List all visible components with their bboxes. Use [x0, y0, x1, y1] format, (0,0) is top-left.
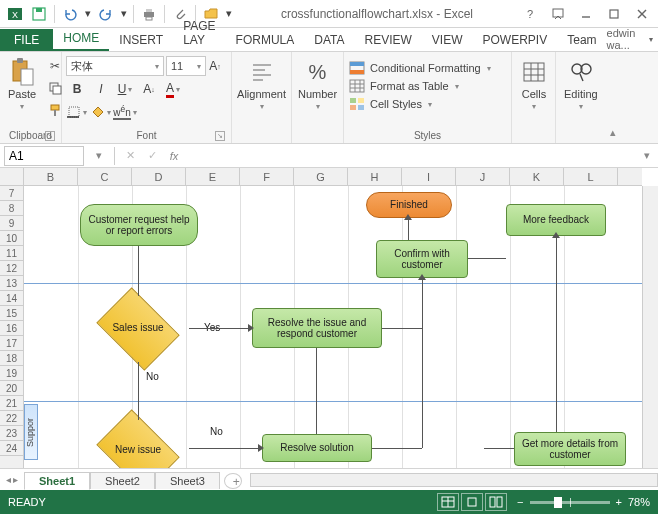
- phonetic-icon[interactable]: wén▾: [114, 102, 136, 122]
- cells-button[interactable]: Cells ▾: [516, 56, 552, 113]
- cells-canvas[interactable]: Suppor Customer request help or report e…: [24, 186, 642, 468]
- worksheet-area[interactable]: B C D E F G H I J K L 7 8 9 10 11 12 13 …: [0, 168, 658, 468]
- shape-customer-request[interactable]: Customer request help or report errors: [80, 204, 198, 246]
- row-header[interactable]: 9: [0, 216, 23, 231]
- normal-view-icon[interactable]: [437, 493, 459, 511]
- number-button[interactable]: % Number ▾: [296, 56, 339, 113]
- tab-formulas[interactable]: FORMULA: [226, 29, 305, 51]
- pagebreak-view-icon[interactable]: [485, 493, 507, 511]
- formula-input[interactable]: [185, 147, 636, 165]
- font-color-icon[interactable]: A▾: [162, 79, 184, 99]
- excel-app-icon[interactable]: X: [4, 3, 26, 25]
- paste-button[interactable]: Paste ▾: [4, 56, 40, 113]
- row-header[interactable]: 15: [0, 306, 23, 321]
- font-size-combo[interactable]: 11▾: [166, 56, 206, 76]
- undo-menu-icon[interactable]: ▾: [83, 3, 93, 25]
- row-header[interactable]: 10: [0, 231, 23, 246]
- shape-new-issue[interactable]: New issue: [88, 418, 188, 468]
- tab-home[interactable]: HOME: [53, 27, 109, 51]
- row-header[interactable]: 8: [0, 201, 23, 216]
- sheet-tab[interactable]: Sheet1: [24, 472, 90, 490]
- shape-resolve-respond[interactable]: Resolve the issue and respond customer: [252, 308, 382, 348]
- row-header[interactable]: 21: [0, 396, 23, 411]
- column-headers[interactable]: B C D E F G H I J K L: [24, 168, 642, 186]
- col-header[interactable]: F: [240, 168, 294, 185]
- row-header[interactable]: 17: [0, 336, 23, 351]
- fill-color-icon[interactable]: ▾: [90, 102, 112, 122]
- vertical-scrollbar[interactable]: [642, 186, 658, 468]
- shape-get-details[interactable]: Get more details from customer: [514, 432, 626, 466]
- col-header[interactable]: E: [186, 168, 240, 185]
- grow-font-icon[interactable]: A↑: [208, 56, 222, 76]
- col-header[interactable]: I: [402, 168, 456, 185]
- row-header[interactable]: 18: [0, 351, 23, 366]
- font-family-combo[interactable]: 宋体▾: [66, 56, 164, 76]
- zoom-in-icon[interactable]: +: [616, 496, 622, 508]
- help-icon[interactable]: ?: [516, 3, 544, 25]
- row-header[interactable]: 11: [0, 246, 23, 261]
- row-header[interactable]: 7: [0, 186, 23, 201]
- redo-menu-icon[interactable]: ▾: [119, 3, 129, 25]
- tab-review[interactable]: REVIEW: [355, 29, 422, 51]
- row-header[interactable]: 13: [0, 276, 23, 291]
- close-icon[interactable]: [628, 3, 656, 25]
- col-header[interactable]: J: [456, 168, 510, 185]
- cell-styles-button[interactable]: Cell Styles▾: [348, 96, 491, 112]
- name-box[interactable]: [4, 146, 84, 166]
- row-header[interactable]: 24: [0, 441, 23, 456]
- tab-view[interactable]: VIEW: [422, 29, 473, 51]
- borders-icon[interactable]: ▾: [66, 102, 88, 122]
- col-header[interactable]: D: [132, 168, 186, 185]
- fx-icon[interactable]: fx: [163, 150, 185, 162]
- conditional-formatting-button[interactable]: Conditional Formatting▾: [348, 60, 491, 76]
- italic-icon[interactable]: I: [90, 79, 112, 99]
- row-header[interactable]: 20: [0, 381, 23, 396]
- col-header[interactable]: B: [24, 168, 78, 185]
- clipboard-launcher-icon[interactable]: ↘: [45, 131, 55, 141]
- col-header[interactable]: L: [564, 168, 618, 185]
- zoom-value[interactable]: 78%: [628, 496, 650, 508]
- undo-icon[interactable]: [59, 3, 81, 25]
- sheet-tab[interactable]: Sheet3: [155, 472, 220, 489]
- tab-powerpivot[interactable]: POWERPIV: [473, 29, 558, 51]
- maximize-icon[interactable]: [600, 3, 628, 25]
- shrink-font-icon[interactable]: A↓: [138, 79, 160, 99]
- row-headers[interactable]: 7 8 9 10 11 12 13 14 15 16 17 18 19 20 2…: [0, 186, 24, 468]
- tab-team[interactable]: Team: [557, 29, 606, 51]
- col-header[interactable]: H: [348, 168, 402, 185]
- zoom-control[interactable]: − + 78%: [517, 496, 650, 508]
- username-label[interactable]: edwin wa...: [607, 27, 643, 51]
- shape-sales-issue[interactable]: Sales issue: [88, 296, 188, 362]
- row-header[interactable]: 16: [0, 321, 23, 336]
- tab-pagelayout[interactable]: PAGE LAY: [173, 15, 225, 51]
- namebox-dropdown-icon[interactable]: ▾: [88, 149, 110, 162]
- save-icon[interactable]: [28, 3, 50, 25]
- row-header[interactable]: 19: [0, 366, 23, 381]
- new-sheet-icon[interactable]: +: [224, 473, 242, 489]
- format-as-table-button[interactable]: Format as Table▾: [348, 78, 491, 94]
- row-header[interactable]: 12: [0, 261, 23, 276]
- editing-button[interactable]: Editing ▾: [560, 56, 602, 113]
- redo-icon[interactable]: [95, 3, 117, 25]
- zoom-out-icon[interactable]: −: [517, 496, 523, 508]
- tab-insert[interactable]: INSERT: [109, 29, 173, 51]
- select-all-corner[interactable]: [0, 168, 24, 186]
- alignment-button[interactable]: Alignment ▾: [236, 56, 287, 113]
- file-tab[interactable]: FILE: [0, 29, 53, 51]
- shape-resolve-solution[interactable]: Resolve solution: [262, 434, 372, 462]
- quickprint-icon[interactable]: [138, 3, 160, 25]
- col-header[interactable]: K: [510, 168, 564, 185]
- underline-icon[interactable]: U▾: [114, 79, 136, 99]
- tab-data[interactable]: DATA: [304, 29, 354, 51]
- expand-formula-icon[interactable]: ▾: [636, 149, 658, 162]
- sheet-nav[interactable]: ◂▸: [0, 474, 24, 485]
- col-header[interactable]: G: [294, 168, 348, 185]
- ribbon-collapse-icon[interactable]: ▴: [606, 52, 620, 143]
- page-layout-view-icon[interactable]: [461, 493, 483, 511]
- horizontal-scrollbar[interactable]: [250, 473, 658, 487]
- ribbon-options-icon[interactable]: [544, 3, 572, 25]
- row-header[interactable]: 22: [0, 411, 23, 426]
- zoom-slider[interactable]: [530, 501, 610, 504]
- shape-confirm[interactable]: Confirm with customer: [376, 240, 468, 278]
- row-header[interactable]: 14: [0, 291, 23, 306]
